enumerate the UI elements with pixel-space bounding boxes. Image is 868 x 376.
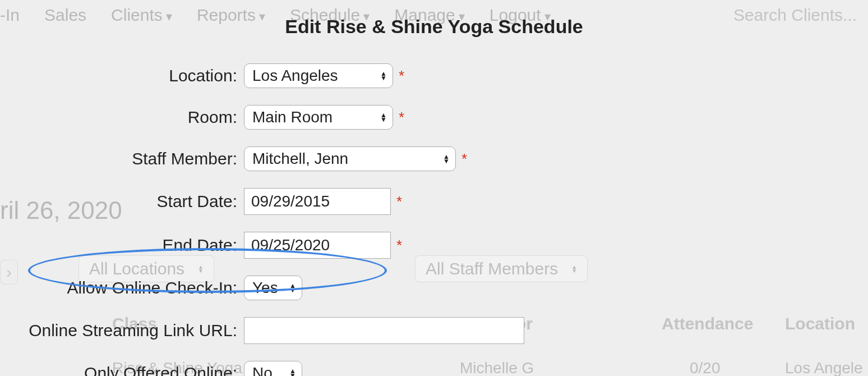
location-select[interactable]: Los Angeles — [244, 63, 393, 88]
label-staff: Staff Member: — [0, 149, 244, 168]
only-online-value: No — [252, 364, 273, 376]
location-select-value: Los Angeles — [252, 67, 338, 85]
staff-select-value: Mitchell, Jenn — [252, 150, 348, 168]
label-start-date: Start Date: — [0, 192, 244, 211]
required-marker: * — [396, 237, 402, 254]
row-location: Location: Los Angeles * — [0, 63, 868, 88]
schedule-form: Location: Los Angeles * Room: Main Room … — [0, 63, 868, 376]
label-end-date: End Date: — [0, 236, 244, 255]
row-end-date: End Date: * — [0, 232, 868, 259]
updown-arrows-icon — [380, 71, 387, 80]
allow-checkin-select[interactable]: Yes — [244, 276, 302, 300]
label-allow-checkin: Allow Online Check-In: — [0, 278, 244, 297]
row-only-online: Only Offered Online: No — [0, 361, 868, 376]
label-location: Location: — [0, 66, 244, 85]
required-marker: * — [399, 109, 404, 126]
allow-checkin-value: Yes — [252, 279, 278, 297]
room-select-value: Main Room — [252, 108, 333, 126]
updown-arrows-icon — [380, 113, 387, 122]
edit-schedule-modal: Edit Rise & Shine Yoga Schedule Location… — [0, 0, 868, 376]
row-allow-checkin: Allow Online Check-In: Yes — [0, 276, 868, 300]
staff-select[interactable]: Mitchell, Jenn — [244, 146, 456, 171]
updown-arrows-icon — [443, 154, 450, 163]
row-stream-url: Online Streaming Link URL: — [0, 317, 868, 344]
row-staff: Staff Member: Mitchell, Jenn * — [0, 146, 868, 171]
start-date-input[interactable] — [244, 188, 391, 215]
updown-arrows-icon — [289, 283, 296, 292]
row-start-date: Start Date: * — [0, 188, 868, 215]
required-marker: * — [396, 193, 402, 210]
required-marker: * — [461, 150, 467, 168]
only-online-select[interactable]: No — [244, 361, 302, 376]
modal-title: Edit Rise & Shine Yoga Schedule — [0, 16, 868, 38]
updown-arrows-icon — [289, 369, 296, 376]
label-stream-url: Online Streaming Link URL: — [0, 321, 244, 340]
end-date-input[interactable] — [244, 232, 391, 259]
stream-url-input[interactable] — [244, 317, 524, 344]
room-select[interactable]: Main Room — [244, 105, 393, 130]
required-marker: * — [399, 67, 404, 85]
label-only-online: Only Offered Online: — [0, 364, 244, 376]
label-room: Room: — [0, 108, 244, 127]
row-room: Room: Main Room * — [0, 105, 868, 130]
